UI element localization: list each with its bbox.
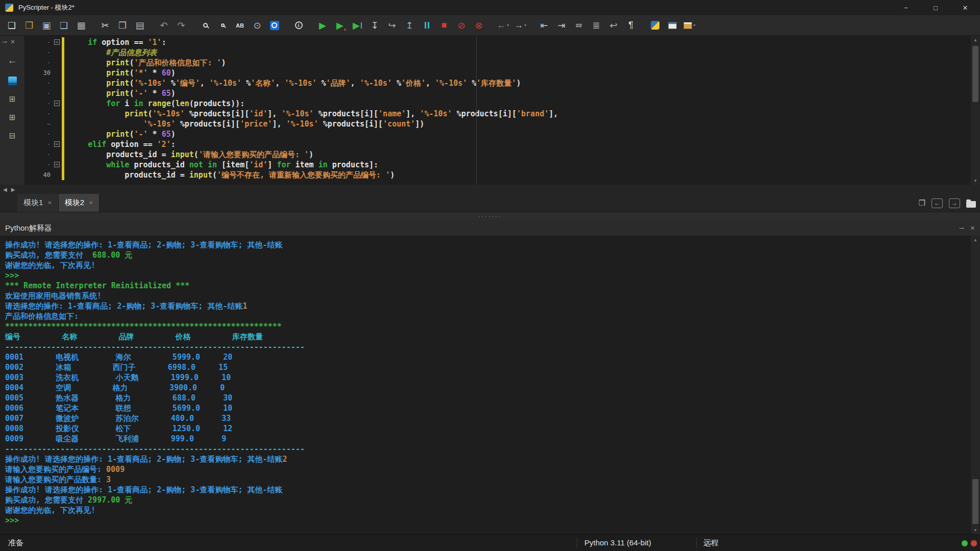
editor-horizontal-scrollbar[interactable]: ◀ ▶ (0, 185, 980, 194)
scroll-left-icon[interactable]: ◀ (3, 187, 7, 192)
editor-scrollbar-thumb[interactable] (972, 46, 978, 102)
expand-all-icon[interactable]: ⊞ (9, 94, 16, 104)
interpreter-pin-icon[interactable]: ⊸ (960, 225, 964, 231)
replace-icon[interactable]: AB (231, 17, 249, 34)
kill-process-icon[interactable]: ⊗ (470, 17, 487, 34)
web-search-icon[interactable] (266, 17, 283, 34)
gutter-line-marker[interactable]: 30 (25, 68, 53, 78)
minimize-button[interactable]: − (891, 0, 921, 15)
code-line[interactable]: ·− if option == '1': (25, 37, 965, 47)
tab-module-2[interactable]: 模块2✕ (59, 194, 100, 212)
run-icon[interactable]: ▶ (314, 17, 331, 34)
gutter-line-marker[interactable]: · (25, 139, 53, 149)
fold-collapse-icon[interactable]: − (54, 101, 60, 106)
paste-icon[interactable]: ▤ (131, 17, 149, 34)
previous-tab-icon[interactable]: ← (932, 198, 943, 208)
explorer-panel-icon[interactable] (8, 77, 17, 85)
save-icon[interactable]: ▣ (38, 17, 55, 34)
back-arrow-icon[interactable]: ← (8, 55, 17, 66)
copy-icon[interactable]: ❐ (114, 17, 131, 34)
print-icon[interactable]: ▦ (72, 17, 90, 34)
scroll-up-icon[interactable]: ▲ (971, 236, 980, 244)
tab-module-1[interactable]: 模块1✕ (17, 194, 59, 212)
code-line[interactable]: − '%-10s' %products[i]['price'], '%-10s'… (25, 119, 965, 129)
find-icon[interactable] (197, 17, 214, 34)
scroll-right-icon[interactable]: ▶ (11, 187, 15, 192)
code-editor[interactable]: ·− if option == '1':· #产品信息列表· print('产品… (25, 36, 965, 185)
stop-icon[interactable]: ■ (435, 17, 453, 34)
code-line[interactable]: · print('%-10s' %'编号', '%-10s' %'名称', '%… (25, 78, 965, 88)
expand-branch-icon[interactable]: ⊞ (9, 113, 16, 122)
fold-collapse-icon[interactable]: − (54, 141, 60, 147)
gutter-line-marker[interactable]: · (25, 149, 53, 160)
debug-icon[interactable]: ▶ (331, 17, 349, 34)
maximize-button[interactable]: □ (921, 0, 950, 15)
tab-close-icon[interactable]: ✕ (47, 200, 52, 206)
new-tab-group-icon[interactable]: ❐ (919, 198, 925, 208)
layout-icon[interactable] (681, 17, 698, 34)
code-line[interactable]: · print('-' * 65) (25, 129, 965, 139)
python-engine-icon[interactable] (646, 17, 664, 34)
scroll-down-icon[interactable]: ▼ (971, 177, 980, 185)
undo-icon[interactable]: ↶ (155, 17, 173, 34)
comment-icon[interactable]: ## (570, 17, 587, 34)
gutter-line-marker[interactable]: · (25, 88, 53, 98)
wrap-lines-icon[interactable]: ↩ (605, 17, 622, 34)
run-to-cursor-icon[interactable]: ▶ (349, 17, 366, 34)
editor-options-icon[interactable] (664, 17, 681, 34)
code-line[interactable]: · print('%-10s' %products[i]['id'], '%-1… (25, 109, 965, 119)
console-vertical-scrollbar[interactable]: ▲ ▼ (971, 236, 980, 534)
code-line[interactable]: · #产品信息列表 (25, 47, 965, 58)
gutter-line-marker[interactable]: 40 (25, 170, 53, 180)
pause-icon[interactable] (418, 17, 435, 34)
cut-icon[interactable]: ✂ (96, 17, 114, 34)
gutter-line-marker[interactable]: − (25, 119, 53, 129)
panel-splitter[interactable]: ······· (0, 212, 980, 220)
redo-icon[interactable]: ↷ (173, 17, 190, 34)
code-line[interactable]: 40 products_id = input('编号不存在, 请重新输入您要购买… (25, 170, 965, 180)
code-line[interactable]: · print('-' * 65) (25, 88, 965, 98)
go-forward-icon[interactable]: → (511, 17, 529, 34)
gutter-line-marker[interactable]: · (25, 78, 53, 88)
go-back-icon[interactable]: ← (494, 17, 511, 34)
code-line[interactable]: 30 print('*' * 60) (25, 68, 965, 78)
gutter-line-marker[interactable]: · (25, 160, 53, 170)
gutter-line-marker[interactable]: · (25, 37, 53, 47)
fold-collapse-icon[interactable]: − (54, 39, 60, 45)
collapse-all-icon[interactable]: ⊟ (9, 131, 16, 140)
scroll-down-icon[interactable]: ▼ (971, 526, 980, 534)
close-button[interactable]: ✕ (950, 0, 980, 15)
gutter-line-marker[interactable]: · (25, 98, 53, 109)
code-line[interactable]: · print('产品和价格信息如下: ') (25, 58, 965, 68)
gutter-line-marker[interactable]: · (25, 47, 53, 58)
console-scrollbar-thumb[interactable] (972, 479, 978, 524)
step-into-icon[interactable]: ↧ (366, 17, 383, 34)
unindent-icon[interactable]: ⇤ (535, 17, 553, 34)
code-line[interactable]: ·− while products_id not in [item['id'] … (25, 160, 965, 170)
tab-close-icon[interactable]: ✕ (89, 200, 93, 206)
help-icon[interactable] (290, 17, 307, 34)
save-all-icon[interactable]: ❑ (55, 17, 72, 34)
scroll-up-icon[interactable]: ▲ (971, 36, 980, 44)
code-line[interactable]: ·− elif option == '2': (25, 139, 965, 149)
python-interpreter-console[interactable]: 操作成功! 请选择您的操作: 1-查看商品; 2-购物; 3-查看购物车; 其他… (0, 236, 971, 534)
gutter-line-marker[interactable]: · (25, 129, 53, 139)
interpreter-close-icon[interactable]: ✕ (970, 225, 975, 231)
gutter-line-marker[interactable]: · (25, 58, 53, 68)
reinit-interpreter-icon[interactable]: ⊘ (453, 17, 470, 34)
special-chars-icon[interactable]: ¶ (622, 17, 640, 34)
fold-collapse-icon[interactable]: − (54, 162, 60, 167)
find-next-icon[interactable] (214, 17, 231, 34)
ordered-list-icon[interactable]: ≣ (587, 17, 605, 34)
step-over-icon[interactable]: ↪ (383, 17, 401, 34)
folder-icon[interactable] (966, 201, 976, 208)
gutter-line-marker[interactable]: · (25, 109, 53, 119)
indent-icon[interactable]: ⇥ (553, 17, 570, 34)
dock-pin-icon[interactable]: ⊸ (3, 39, 7, 45)
dock-close-icon[interactable]: ✕ (10, 39, 15, 45)
next-tab-icon[interactable]: → (949, 198, 960, 208)
new-file-icon[interactable]: ❏ (3, 17, 20, 34)
open-file-icon[interactable]: ❒ (20, 17, 38, 34)
step-out-icon[interactable]: ↥ (401, 17, 418, 34)
code-line[interactable]: ·− for i in range(len(products)): (25, 98, 965, 109)
